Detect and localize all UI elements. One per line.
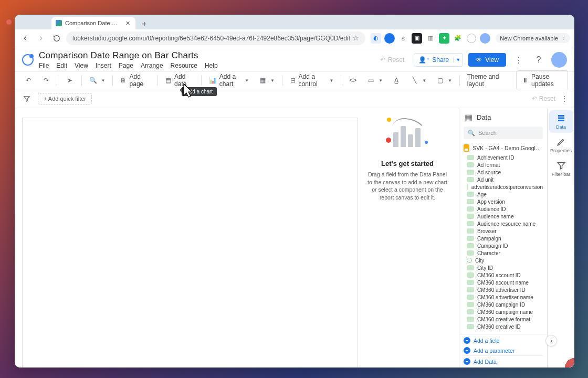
view-button[interactable]: 👁 View bbox=[468, 53, 506, 67]
mac-close-dot[interactable] bbox=[6, 19, 12, 25]
add-parameter-link[interactable]: + Add a parameter bbox=[464, 345, 543, 355]
pause-updates-button[interactable]: ⏸ Pause updates bbox=[516, 70, 568, 90]
field-item[interactable]: App version bbox=[463, 198, 547, 205]
menu-resource[interactable]: Resource bbox=[171, 62, 197, 69]
share-button[interactable]: 👤⁺ Share bbox=[414, 54, 453, 66]
data-source-row[interactable]: SVK - GA4 - Demo Google Merch... bbox=[459, 142, 547, 154]
extension-icon[interactable] bbox=[466, 33, 477, 44]
text-button[interactable]: A̲ bbox=[389, 74, 404, 87]
filter-reset-button[interactable]: ↶ Reset bbox=[532, 95, 555, 102]
url-box[interactable]: lookerstudio.google.com/u/0/reporting/6e… bbox=[66, 32, 365, 45]
field-item[interactable]: Character bbox=[463, 249, 547, 257]
forward-button[interactable] bbox=[35, 32, 47, 45]
redo-button[interactable]: ↷ bbox=[39, 74, 54, 87]
new-tab-button[interactable]: + bbox=[139, 17, 150, 29]
report-canvas[interactable] bbox=[22, 118, 358, 368]
add-chart-button[interactable]: 📊 Add a chart ▼ bbox=[206, 74, 252, 87]
field-item[interactable]: CM360 account ID bbox=[463, 271, 547, 279]
browser-window: Comparison Date Range on B ✕ + lookerstu… bbox=[15, 15, 574, 368]
field-item[interactable]: City bbox=[463, 257, 547, 264]
share-dropdown[interactable]: ▼ bbox=[453, 57, 463, 62]
field-item[interactable]: Campaign bbox=[463, 235, 547, 242]
account-avatar[interactable] bbox=[551, 52, 567, 68]
data-panel-footer: + Add a field + Add a parameter + Add Da… bbox=[459, 334, 547, 368]
reload-button[interactable] bbox=[50, 32, 63, 45]
menu-edit[interactable]: Edit bbox=[56, 62, 67, 69]
extension-icon[interactable]: ▥ bbox=[425, 33, 436, 44]
add-page-button[interactable]: 🗎 Add page bbox=[117, 74, 153, 87]
panel-expand-button[interactable]: › bbox=[545, 335, 557, 346]
field-search-input[interactable]: 🔍 Search bbox=[464, 127, 543, 139]
update-chrome-button[interactable]: New Chrome available ⋮ bbox=[496, 33, 570, 43]
field-item[interactable]: Browser bbox=[463, 227, 547, 235]
theme-layout-button[interactable]: Theme and layout bbox=[464, 74, 510, 87]
embed-button[interactable]: <> bbox=[345, 74, 360, 87]
help-button[interactable]: ? bbox=[531, 52, 546, 67]
extension-icon[interactable]: ⎋ bbox=[398, 33, 408, 44]
recording-indicator bbox=[561, 354, 574, 368]
cursor-button[interactable]: ➤ bbox=[62, 74, 77, 87]
field-item[interactable]: Audience name bbox=[463, 213, 547, 220]
field-type-icon bbox=[467, 317, 474, 322]
right-tab-properties[interactable]: Properties bbox=[549, 134, 573, 156]
shape-button[interactable]: ▢▼ bbox=[433, 74, 455, 87]
menu-page[interactable]: Page bbox=[119, 62, 133, 69]
doc-title[interactable]: Comparison Date Range on Bar Charts bbox=[39, 50, 376, 61]
field-item[interactable]: CM360 creative format bbox=[463, 316, 547, 323]
menu-file[interactable]: File bbox=[39, 62, 49, 69]
extension-icon[interactable]: ✦ bbox=[439, 33, 449, 44]
add-data-link[interactable]: + Add Data bbox=[464, 355, 543, 366]
menu-arrange[interactable]: Arrange bbox=[141, 62, 163, 69]
extension-icon[interactable]: ◐ bbox=[371, 33, 381, 44]
field-item[interactable]: Ad format bbox=[463, 161, 547, 169]
image-button[interactable]: ▭▼ bbox=[363, 74, 386, 87]
field-item[interactable]: Audience resource name bbox=[463, 220, 547, 227]
reset-button[interactable]: ↶ Reset bbox=[376, 54, 408, 66]
back-button[interactable] bbox=[19, 32, 32, 45]
field-item[interactable]: Age bbox=[463, 191, 547, 198]
extension-icon[interactable] bbox=[384, 33, 395, 44]
filter-icon[interactable] bbox=[21, 93, 33, 104]
menu-view[interactable]: View bbox=[75, 62, 88, 69]
tab-close-icon[interactable]: ✕ bbox=[124, 19, 131, 27]
field-item[interactable]: Campaign ID bbox=[463, 242, 547, 249]
field-type-icon bbox=[467, 302, 474, 307]
zoom-button[interactable]: 🔍▼ bbox=[86, 74, 109, 87]
add-data-button[interactable]: ▤ Add data bbox=[162, 74, 197, 87]
field-item[interactable]: CM360 creative ID bbox=[463, 323, 547, 330]
field-item[interactable]: CM360 campaign ID bbox=[463, 301, 547, 308]
svg-rect-0 bbox=[558, 115, 564, 117]
right-tab-data[interactable]: Data bbox=[549, 110, 573, 133]
add-quick-filter-button[interactable]: + Add quick filter bbox=[38, 93, 92, 104]
field-item[interactable]: CM360 campaign name bbox=[463, 308, 547, 316]
right-tab-filter-bar[interactable]: Filter bar bbox=[549, 158, 573, 180]
field-item[interactable]: Achievement ID bbox=[463, 154, 547, 161]
field-item[interactable]: CM360 advertiser ID bbox=[463, 286, 547, 293]
undo-button[interactable]: ↶ bbox=[21, 74, 36, 87]
line-button[interactable]: ╲▼ bbox=[407, 74, 429, 87]
extensions-menu-icon[interactable]: 🧩 bbox=[453, 33, 463, 44]
add-field-link[interactable]: + Add a field bbox=[464, 335, 543, 345]
profile-avatar[interactable] bbox=[480, 33, 490, 44]
looker-logo-icon[interactable] bbox=[22, 54, 34, 66]
menu-insert[interactable]: Insert bbox=[96, 62, 111, 69]
menu-help[interactable]: Help bbox=[205, 62, 218, 69]
browser-tab[interactable]: Comparison Date Range on B ✕ bbox=[51, 17, 135, 29]
field-item[interactable]: Ad unit bbox=[463, 176, 547, 183]
more-options-button[interactable]: ⋮ bbox=[511, 52, 526, 67]
field-item[interactable]: Audience ID bbox=[463, 205, 547, 213]
filter-more-button[interactable]: ⋮ bbox=[561, 94, 568, 103]
separator bbox=[459, 75, 460, 86]
community-viz-button[interactable]: ▦▼ bbox=[255, 74, 278, 87]
svg-rect-2 bbox=[558, 120, 564, 121]
add-control-button[interactable]: ⊟ Add a control ▼ bbox=[287, 74, 337, 87]
field-type-icon bbox=[467, 221, 474, 226]
field-item[interactable]: City ID bbox=[463, 264, 547, 271]
field-item[interactable]: Ad source bbox=[463, 169, 547, 176]
field-item[interactable]: CM360 advertiser name bbox=[463, 293, 547, 301]
field-item[interactable]: advertiseradcostperconversion bbox=[463, 183, 547, 191]
bookmark-star-icon[interactable]: ☆ bbox=[353, 34, 359, 42]
extension-icon[interactable]: ▣ bbox=[412, 33, 422, 44]
field-item[interactable]: CM360 account name bbox=[463, 279, 547, 286]
field-type-icon bbox=[467, 272, 474, 278]
